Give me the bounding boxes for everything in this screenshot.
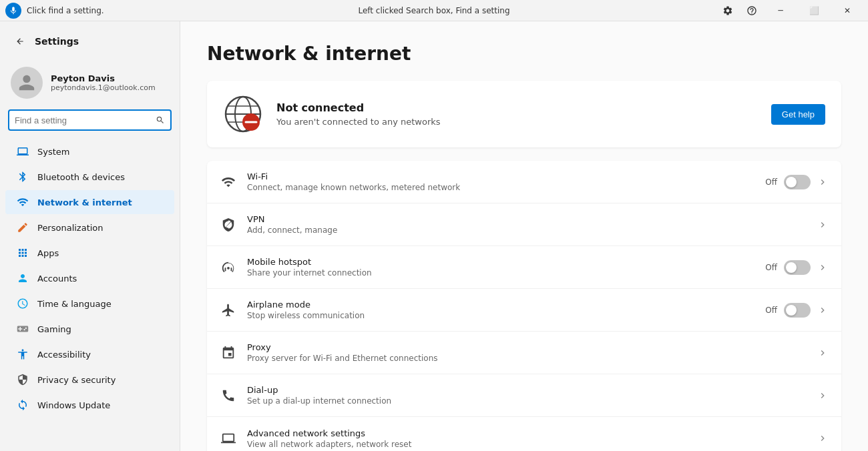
help-button[interactable] <box>741 0 763 21</box>
apps-icon <box>16 246 29 260</box>
dialup-controls <box>817 390 828 401</box>
maximize-button[interactable]: ⬜ <box>799 0 829 21</box>
sidebar-item-system[interactable]: System <box>5 139 174 163</box>
dialup-subtitle: Set up a dial-up internet connection <box>247 396 807 406</box>
sidebar-item-accounts[interactable]: Accounts <box>5 266 174 290</box>
sidebar-item-personalization-label: Personalization <box>37 223 103 233</box>
minimize-button[interactable]: ─ <box>765 0 796 21</box>
sidebar-item-time[interactable]: Time & language <box>5 292 174 316</box>
wifi-item[interactable]: Wi-Fi Connect, manage known networks, me… <box>207 161 841 203</box>
hotspot-chevron <box>817 262 828 273</box>
advanced-subtitle: View all network adapters, network reset <box>247 440 807 449</box>
wifi-icon <box>220 174 236 190</box>
wifi-title: Wi-Fi <box>247 171 754 181</box>
airplane-subtitle: Stop wireless communication <box>247 311 754 320</box>
user-profile[interactable]: Peyton Davis peytondavis.1@outlook.com <box>0 61 180 109</box>
personalization-icon <box>16 221 29 234</box>
sidebar-item-network[interactable]: Network & internet <box>5 190 174 214</box>
search-icon <box>156 115 165 125</box>
dialup-text: Dial-up Set up a dial-up internet connec… <box>247 385 807 406</box>
airplane-title: Airplane mode <box>247 300 754 310</box>
proxy-title: Proxy <box>247 342 807 352</box>
sidebar-item-gaming-label: Gaming <box>37 324 71 334</box>
sidebar-item-bluetooth[interactable]: Bluetooth & devices <box>5 165 174 189</box>
privacy-icon <box>16 373 29 386</box>
vpn-chevron <box>817 219 828 230</box>
dialup-chevron <box>817 390 828 401</box>
sidebar-item-update[interactable]: Windows Update <box>5 393 174 417</box>
sidebar-item-apps[interactable]: Apps <box>5 241 174 265</box>
proxy-item[interactable]: Proxy Proxy server for Wi-Fi and Etherne… <box>207 332 841 374</box>
user-name: Peyton Davis <box>51 73 156 83</box>
advanced-controls <box>817 433 828 444</box>
banner-title: Not connected <box>276 101 758 114</box>
vpn-controls <box>817 219 828 230</box>
sidebar-item-update-label: Windows Update <box>37 400 110 410</box>
vpn-icon <box>220 217 236 233</box>
time-icon <box>16 297 29 310</box>
banner-text: Not connected You aren't connected to an… <box>276 101 758 127</box>
sidebar-item-system-label: System <box>37 147 69 157</box>
globe-icon <box>223 94 263 134</box>
advanced-title: Advanced network settings <box>247 428 807 438</box>
sidebar-item-bluetooth-label: Bluetooth & devices <box>37 172 125 182</box>
wifi-text: Wi-Fi Connect, manage known networks, me… <box>247 171 754 192</box>
sidebar-item-accessibility-label: Accessibility <box>37 350 91 360</box>
title-bar-center-text: Left clicked Search box, Find a setting <box>358 6 509 15</box>
vpn-text: VPN Add, connect, manage <box>247 214 807 235</box>
advanced-chevron <box>817 433 828 444</box>
sidebar-header: Settings <box>0 27 180 61</box>
not-connected-banner: Not connected You aren't connected to an… <box>207 81 841 147</box>
dialup-icon <box>220 388 236 404</box>
sidebar-item-time-label: Time & language <box>37 299 112 309</box>
search-box-wrap <box>0 109 180 139</box>
bluetooth-icon <box>16 170 29 183</box>
proxy-subtitle: Proxy server for Wi-Fi and Ethernet conn… <box>247 354 807 363</box>
mic-icon[interactable] <box>5 3 21 19</box>
hotspot-toggle[interactable] <box>784 260 811 275</box>
sidebar-item-personalization[interactable]: Personalization <box>5 215 174 240</box>
wifi-toggle[interactable] <box>784 175 811 189</box>
proxy-chevron <box>817 348 828 358</box>
hotspot-item[interactable]: Mobile hotspot Share your internet conne… <box>207 246 841 289</box>
wifi-toggle-label: Off <box>765 177 777 187</box>
proxy-icon <box>220 345 236 361</box>
dialup-title: Dial-up <box>247 385 807 395</box>
dialup-item[interactable]: Dial-up Set up a dial-up internet connec… <box>207 374 841 417</box>
sidebar-item-privacy-label: Privacy & security <box>37 375 116 385</box>
hotspot-icon <box>220 260 236 276</box>
wifi-controls: Off <box>765 175 828 189</box>
search-input[interactable] <box>15 115 152 125</box>
hotspot-title: Mobile hotspot <box>247 257 754 267</box>
search-box[interactable] <box>8 109 172 131</box>
sidebar-item-accounts-label: Accounts <box>37 274 77 284</box>
page-title: Network & internet <box>207 43 841 65</box>
sidebar-item-privacy[interactable]: Privacy & security <box>5 368 174 392</box>
sidebar-item-accessibility[interactable]: Accessibility <box>5 342 174 366</box>
advanced-text: Advanced network settings View all netwo… <box>247 428 807 449</box>
user-info: Peyton Davis peytondavis.1@outlook.com <box>51 73 156 92</box>
user-email: peytondavis.1@outlook.com <box>51 83 156 92</box>
sidebar-item-gaming[interactable]: Gaming <box>5 317 174 341</box>
airplane-chevron <box>817 305 828 316</box>
close-button[interactable]: ✕ <box>832 0 863 21</box>
vpn-item[interactable]: VPN Add, connect, manage <box>207 203 841 246</box>
title-bar: Click find a setting. Left clicked Searc… <box>0 0 868 21</box>
wifi-subtitle: Connect, manage known networks, metered … <box>247 183 754 192</box>
airplane-item[interactable]: Airplane mode Stop wireless communicatio… <box>207 289 841 332</box>
system-icon <box>16 145 29 158</box>
proxy-text: Proxy Proxy server for Wi-Fi and Etherne… <box>247 342 807 363</box>
sidebar-item-network-label: Network & internet <box>37 197 132 207</box>
update-icon <box>16 398 29 412</box>
settings-gear-button[interactable] <box>717 0 738 21</box>
title-bar-left: Click find a setting. <box>5 3 104 19</box>
network-icon <box>16 195 29 209</box>
get-help-button[interactable]: Get help <box>771 104 825 125</box>
hotspot-toggle-label: Off <box>765 263 777 272</box>
airplane-toggle[interactable] <box>784 303 811 318</box>
sidebar-title: Settings <box>35 36 79 47</box>
advanced-item[interactable]: Advanced network settings View all netwo… <box>207 417 841 451</box>
vpn-title: VPN <box>247 214 807 224</box>
airplane-icon <box>220 302 236 318</box>
back-button[interactable] <box>11 32 29 51</box>
